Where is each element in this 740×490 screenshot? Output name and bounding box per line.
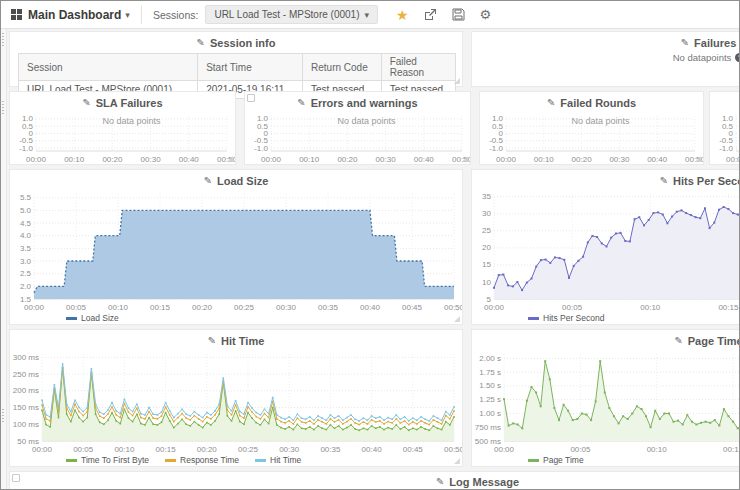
panel-title: Log Message [449, 476, 519, 488]
page-time-panel: ✎Page Time 500 ms750 ms1.00 s1.25 s1.50 … [471, 329, 740, 467]
session-selector-value: URL Load Test - MPStore (0001) [214, 9, 359, 20]
edit-icon[interactable]: ✎ [297, 98, 305, 108]
svg-text:1.75 s: 1.75 s [479, 368, 501, 377]
svg-text:00:10: 00:10 [64, 155, 85, 164]
svg-text:00:40: 00:40 [360, 303, 381, 312]
edit-icon[interactable]: ✎ [204, 176, 212, 186]
log-message-panel: ✎Log Message [9, 471, 740, 490]
svg-text:00:00: 00:00 [32, 445, 53, 454]
svg-text:00:35: 00:35 [318, 303, 339, 312]
svg-text:00:00: 00:00 [484, 303, 505, 312]
svg-text:00:40: 00:40 [362, 445, 383, 454]
edit-icon[interactable]: ✎ [681, 38, 689, 48]
panel-drag-icon[interactable] [12, 474, 20, 482]
save-icon[interactable] [452, 8, 465, 21]
legend-item[interactable]: Load Size [66, 313, 119, 323]
edit-icon[interactable]: ✎ [660, 176, 668, 186]
svg-text:15: 15 [482, 260, 491, 269]
svg-text:00:20: 00:20 [102, 155, 123, 164]
svg-text:00:00: 00:00 [261, 155, 282, 164]
svg-text:30: 30 [482, 209, 491, 218]
no-datapoints-text: No datapoints [673, 52, 732, 63]
svg-text:4.5: 4.5 [20, 219, 32, 228]
svg-text:200 ms: 200 ms [13, 386, 39, 395]
svg-text:150 ms: 150 ms [13, 403, 39, 412]
legend-swatch [528, 459, 539, 462]
edit-icon[interactable]: ✎ [674, 336, 682, 346]
edit-icon[interactable]: ✎ [547, 98, 555, 108]
dashboard-window: Main Dashboard ▾ Sessions: URL Load Test… [0, 0, 740, 490]
svg-text:00:10: 00:10 [647, 445, 668, 454]
svg-text:10: 10 [482, 278, 491, 287]
svg-text:750 ms: 750 ms [475, 423, 501, 432]
dashboard-selector[interactable]: Main Dashboard ▾ [28, 8, 130, 22]
failures-panel: ✎Failures No datapoints? [471, 31, 740, 87]
panel-title: Failures [694, 37, 736, 49]
edit-icon[interactable]: ✎ [208, 336, 216, 346]
legend-swatch [165, 459, 176, 462]
left-splitter-rail[interactable] [1, 29, 7, 490]
svg-text:00:40: 00:40 [647, 155, 668, 164]
hits-per-second-panel: ✎Hits Per Second 510152025303500:0000:05… [471, 169, 740, 325]
page-time-chart: 500 ms750 ms1.00 s1.25 s1.50 s1.75 s2.00… [472, 349, 740, 454]
svg-text:1.00 s: 1.00 s [479, 409, 501, 418]
svg-text:00:10: 00:10 [299, 155, 320, 164]
load-size-panel: ✎Load Size 1.52.02.53.03.54.04.55.05.500… [9, 169, 463, 325]
dashboard-title: Main Dashboard [28, 8, 121, 22]
legend-item[interactable]: Response Time [165, 455, 239, 465]
svg-text:4.0: 4.0 [20, 231, 32, 240]
svg-text:3.0: 3.0 [20, 257, 32, 266]
panel-title: Errors and warnings [311, 97, 418, 109]
svg-text:00:10: 00:10 [108, 303, 129, 312]
svg-text:00:50: 00:50 [217, 155, 235, 164]
svg-text:00:45: 00:45 [402, 303, 423, 312]
svg-text:250 ms: 250 ms [13, 370, 39, 379]
legend-item[interactable]: Hits Per Second [528, 313, 604, 323]
legend-item[interactable]: Hit Time [255, 455, 301, 465]
svg-text:-1.0: -1.0 [254, 144, 268, 153]
svg-text:-1.0: -1.0 [489, 144, 503, 153]
settings-gear-icon[interactable]: ⚙ [480, 8, 493, 21]
errors-warnings-panel: ✎Errors and warnings 1.00.50-0.5-1.000:0… [244, 91, 471, 165]
svg-text:00:25: 00:25 [234, 303, 255, 312]
svg-text:00:00: 00:00 [24, 303, 45, 312]
svg-text:00:15: 00:15 [150, 303, 171, 312]
svg-text:20: 20 [482, 243, 491, 252]
svg-text:00:10: 00:10 [114, 445, 135, 454]
hit-time-legend: Time To First ByteResponse TimeHit Time [10, 454, 462, 466]
svg-text:00:25: 00:25 [238, 445, 259, 454]
edit-icon[interactable]: ✎ [197, 38, 205, 48]
favorite-star-icon[interactable]: ★ [396, 8, 409, 22]
clipped-panel: 1.00.50-0.5-1.000:0000:1000:2000:3000:40… [709, 91, 740, 165]
hits-per-second-chart: 510152025303500:0000:0500:1000:1500:2000… [472, 189, 740, 312]
edit-icon[interactable]: ✎ [82, 98, 90, 108]
panel-drag-icon[interactable] [247, 94, 255, 102]
col-failed-reason: Failed Reason [381, 54, 455, 81]
panel-title: Failed Rounds [560, 97, 636, 109]
svg-text:2.5: 2.5 [20, 269, 32, 278]
edit-icon[interactable]: ✎ [436, 477, 444, 487]
help-icon[interactable]: ? [735, 53, 740, 62]
svg-text:-1.0: -1.0 [719, 144, 733, 153]
session-info-panel: ✎Session info Session Start Time Return … [9, 31, 463, 87]
svg-text:00:05: 00:05 [562, 303, 583, 312]
session-selector-dropdown[interactable]: URL Load Test - MPStore (0001) ▾ [205, 5, 378, 24]
svg-text:00:35: 00:35 [320, 445, 341, 454]
legend-item[interactable]: Page Time [528, 455, 584, 465]
svg-text:2.00 s: 2.00 s [479, 354, 501, 363]
svg-text:00:30: 00:30 [276, 303, 297, 312]
svg-text:3.5: 3.5 [20, 244, 32, 253]
legend-item[interactable]: Time To First Byte [66, 455, 149, 465]
panel-title: SLA Failures [96, 97, 163, 109]
panel-title: Hit Time [221, 335, 264, 347]
failed-rounds-panel: ✎Failed Rounds 1.00.50-0.5-1.000:0000:10… [479, 91, 704, 165]
svg-text:00:00: 00:00 [726, 155, 740, 164]
svg-text:00:50: 00:50 [444, 445, 462, 454]
failed-rounds-chart: 1.00.50-0.5-1.000:0000:1000:2000:3000:40… [480, 111, 703, 164]
svg-text:00:30: 00:30 [609, 155, 630, 164]
export-icon[interactable] [424, 8, 437, 21]
svg-text:00:00: 00:00 [494, 445, 515, 454]
svg-text:00:50: 00:50 [444, 303, 462, 312]
svg-text:No data points: No data points [571, 116, 630, 126]
svg-text:00:00: 00:00 [496, 155, 517, 164]
